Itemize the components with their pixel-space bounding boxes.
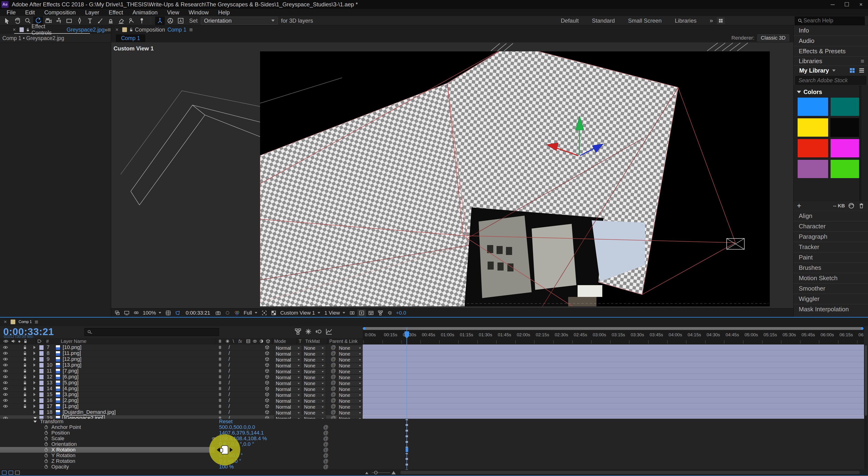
- menu-view[interactable]: View: [162, 9, 184, 16]
- property-row-orientation[interactable]: Orientation0.0 °,0.0 °,0.0 °@: [0, 441, 363, 447]
- collapse-transform-toggle[interactable]: [218, 380, 222, 386]
- panel-tab-align[interactable]: Align: [794, 211, 868, 221]
- layer-duration-bar-14[interactable]: [363, 386, 864, 392]
- panel-tab-paint[interactable]: Paint: [794, 252, 868, 263]
- view-both-eyes-icon[interactable]: [132, 309, 141, 317]
- stock-search-input[interactable]: [798, 77, 868, 84]
- 3d-layer-toggle[interactable]: [265, 362, 270, 368]
- expand-in-out-panes-icon[interactable]: [15, 471, 20, 475]
- parent-pick-whip-icon[interactable]: @: [331, 392, 336, 397]
- parent-column-label[interactable]: Parent & Link: [329, 338, 358, 345]
- roto-brush-tool-button[interactable]: [126, 17, 136, 25]
- collapse-transform-toggle[interactable]: [218, 356, 222, 362]
- composition-tab[interactable]: × Composition Comp 1 ≡: [111, 25, 793, 34]
- menu-effect[interactable]: Effect: [104, 9, 128, 16]
- close-icon[interactable]: ×: [116, 27, 119, 33]
- stopwatch-toggle[interactable]: [44, 430, 49, 436]
- graph-editor-icon[interactable]: [326, 328, 333, 335]
- stopwatch-toggle[interactable]: [44, 441, 49, 447]
- transparency-grid-icon[interactable]: [270, 309, 278, 317]
- quality-toggle[interactable]: /: [228, 345, 230, 350]
- collapse-transform-toggle[interactable]: [218, 350, 222, 356]
- expand-arrow[interactable]: [33, 392, 36, 397]
- maximize-button[interactable]: ☐: [840, 0, 854, 9]
- magnification-dropdown[interactable]: 100%: [143, 310, 162, 316]
- label-color-swatch[interactable]: [39, 404, 44, 409]
- visibility-toggle[interactable]: [3, 356, 8, 362]
- layer-track-area[interactable]: [363, 345, 864, 421]
- collapse-triangle-icon[interactable]: [797, 91, 801, 93]
- label-color-swatch[interactable]: [39, 380, 44, 386]
- lock-toggle[interactable]: [23, 380, 27, 386]
- layer-row-10[interactable]: 10[13.png]/NormalNone@None: [0, 362, 363, 368]
- show-snapshot-icon[interactable]: [223, 309, 232, 317]
- quality-toggle[interactable]: /: [228, 404, 230, 409]
- library-scrollbar[interactable]: [859, 86, 861, 201]
- property-value[interactable]: 500.0,500.0,0.0: [219, 424, 255, 430]
- collapse-transform-toggle[interactable]: [218, 345, 222, 350]
- work-area-bar[interactable]: [363, 327, 863, 330]
- orientation-dropdown[interactable]: Orientation: [201, 17, 278, 25]
- t-column-label[interactable]: T: [299, 338, 302, 345]
- panel-tab-mask-interpolation[interactable]: Mask Interpolation: [794, 304, 868, 314]
- quality-toggle[interactable]: /: [228, 392, 230, 397]
- menu-file[interactable]: File: [2, 9, 21, 16]
- close-icon[interactable]: ×: [13, 27, 16, 33]
- resolution-dropdown[interactable]: Full: [244, 310, 257, 316]
- parent-pick-whip-icon[interactable]: @: [331, 362, 336, 368]
- label-color-swatch[interactable]: [39, 409, 44, 415]
- quality-toggle[interactable]: /: [228, 380, 230, 386]
- creative-cloud-icon[interactable]: [848, 202, 855, 209]
- layer-name[interactable]: [Dujardin_Demand.jpg]: [63, 409, 116, 415]
- property-pick-whip-icon[interactable]: @: [323, 458, 328, 464]
- visibility-toggle[interactable]: [3, 345, 8, 350]
- panel-tab-wiggler[interactable]: Wiggler: [794, 294, 868, 304]
- primary-viewer-icon[interactable]: [123, 309, 131, 317]
- layer-row-13[interactable]: 13[5.png]/NormalNone@None: [0, 380, 363, 386]
- quality-toggle[interactable]: /: [228, 356, 230, 362]
- motion-blur-toggle-icon[interactable]: [315, 328, 322, 335]
- property-pick-whip-icon[interactable]: @: [323, 453, 328, 458]
- renderer-button[interactable]: Classic 3D: [757, 34, 789, 41]
- 3d-layer-toggle[interactable]: [265, 345, 270, 350]
- color-swatch-2[interactable]: [797, 118, 829, 137]
- trkmat-column-label[interactable]: TrkMat: [305, 338, 320, 345]
- expand-transfer-controls-icon[interactable]: [8, 471, 13, 475]
- quality-toggle[interactable]: /: [228, 350, 230, 356]
- 3d-layer-toggle[interactable]: [265, 380, 270, 386]
- parent-pick-whip-icon[interactable]: @: [331, 368, 336, 374]
- layer-row-18[interactable]: 18[Dujardin_Demand.jpg]/NormalNone@None: [0, 409, 363, 415]
- current-time-indicator-line[interactable]: [407, 327, 407, 469]
- menu-help[interactable]: Help: [213, 9, 235, 16]
- property-pick-whip-icon[interactable]: @: [323, 441, 328, 447]
- layer-row-8[interactable]: 8[11.png]/NormalNone@None: [0, 350, 363, 356]
- lock-toggle[interactable]: [23, 404, 27, 409]
- fast-previews-icon[interactable]: [357, 309, 366, 317]
- layer-name[interactable]: [10.png]: [63, 345, 82, 350]
- quality-toggle[interactable]: /: [228, 386, 230, 391]
- comp-1-tab[interactable]: Comp 1: [116, 34, 145, 42]
- comp-flowchart-icon[interactable]: [376, 309, 385, 317]
- visibility-toggle[interactable]: [3, 380, 8, 386]
- property-pick-whip-icon[interactable]: @: [323, 447, 328, 453]
- 3d-layer-toggle[interactable]: [265, 392, 270, 397]
- expand-arrow[interactable]: [33, 368, 36, 374]
- property-pick-whip-icon[interactable]: @: [323, 424, 328, 430]
- comp-mini-flowchart-icon[interactable]: [294, 328, 302, 335]
- effect-controls-tab[interactable]: × Effect Controls Greyspace2.jpg ≡ »: [0, 25, 111, 34]
- property-row-x-rotation[interactable]: X Rotation0 x +0.0 °@: [0, 447, 215, 453]
- layer-name[interactable]: [12.png]: [63, 356, 82, 362]
- property-row-y-rotation[interactable]: Y Rotation0 x -90.0 °@: [0, 453, 363, 458]
- 3d-layer-toggle[interactable]: [265, 404, 270, 409]
- layer-name[interactable]: [3.png]: [63, 392, 79, 397]
- eraser-tool-button[interactable]: [116, 17, 126, 25]
- brush-tool-button[interactable]: [95, 17, 105, 25]
- layer-duration-bar-8[interactable]: [363, 350, 864, 356]
- view-axis-mode-button[interactable]: [176, 17, 186, 25]
- layer-name[interactable]: [11.png]: [63, 350, 81, 356]
- label-color-swatch[interactable]: [39, 356, 44, 362]
- parent-pick-whip-icon[interactable]: @: [331, 356, 336, 362]
- quality-toggle[interactable]: /: [228, 397, 230, 403]
- label-color-swatch[interactable]: [39, 374, 44, 380]
- visibility-toggle[interactable]: [3, 386, 8, 391]
